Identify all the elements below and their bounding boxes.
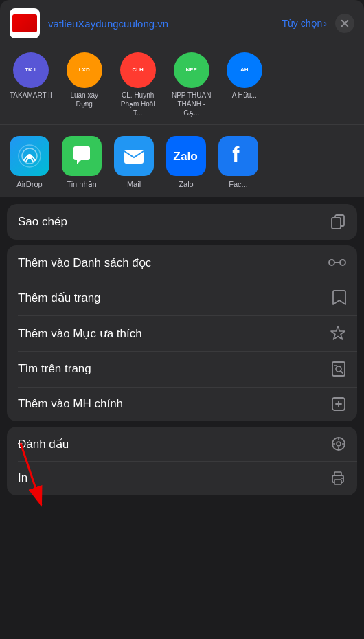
app-mail[interactable]: Mail (114, 136, 154, 189)
messages-icon (62, 136, 102, 176)
svg-text:Zalo: Zalo (173, 149, 198, 163)
action-group-2: Thêm vào Danh sách đọc Thêm dấu trang Th… (7, 245, 357, 421)
airdrop-label: AirDrop (16, 180, 42, 188)
messages-label: Tin nhắn (67, 180, 96, 189)
markup-button[interactable]: Đánh dấu (7, 427, 357, 461)
facebook-icon: f (218, 136, 258, 176)
add-bookmark-button[interactable]: Thêm dấu trang (7, 280, 357, 315)
svg-point-19 (337, 442, 341, 446)
star-icon (330, 325, 346, 341)
actions-section: Sao chép Thêm vào Danh sách đọc Thêm (7, 204, 357, 427)
mail-label: Mail (127, 180, 141, 188)
svg-rect-25 (334, 480, 341, 484)
print-button[interactable]: In (7, 461, 357, 495)
add-home-icon (331, 396, 346, 412)
zalo-icon: Zalo (166, 136, 206, 176)
svg-point-26 (341, 478, 343, 479)
copy-icon (330, 214, 346, 230)
app-zalo[interactable]: Zalo Zalo (166, 136, 206, 189)
contacts-row: TK II TAKAMART II LXD Luan xay Dựng CLH … (0, 47, 364, 125)
svg-point-8 (329, 260, 334, 265)
close-button[interactable] (335, 14, 354, 33)
markup-icon (331, 436, 346, 451)
find-on-page-button[interactable]: Tìm trên trang (7, 351, 357, 387)
svg-point-9 (340, 260, 345, 265)
find-icon (331, 361, 346, 377)
contact-takamart[interactable]: TK II TAKAMART II (10, 52, 52, 117)
contact-npp[interactable]: NPP NPP THUAN THÀNH - GẠ... (170, 52, 213, 117)
action-group-1: Sao chép (7, 204, 357, 240)
svg-rect-11 (332, 362, 345, 376)
app-airdrop[interactable]: AirDrop (10, 136, 49, 189)
add-favorites-button[interactable]: Thêm vào Mục ưa thích (7, 315, 357, 351)
contact-luan[interactable]: LXD Luan xay Dựng (63, 52, 106, 117)
print-icon (330, 471, 346, 486)
app-messages[interactable]: Tin nhắn (62, 136, 102, 189)
bookmark-icon (332, 289, 346, 306)
apps-row: AirDrop Tin nhắn Mail Zalo Zalo (0, 125, 364, 197)
zalo-label: Zalo (179, 180, 193, 188)
site-url: vatlieuXaydungcuulong.vn (48, 18, 277, 30)
mail-icon (114, 136, 154, 176)
share-sheet-header: vatlieuXaydungcuulong.vn Tùy chọn › (0, 0, 364, 47)
contact-huynh[interactable]: CLH CL. Huynh Phạm Hoài T... (117, 52, 159, 117)
contact-ahuu[interactable]: AH A Hữu... (224, 52, 265, 117)
options-button[interactable]: Tùy chọn › (282, 18, 327, 29)
add-reading-list-button[interactable]: Thêm vào Danh sách đọc (7, 245, 357, 280)
site-favicon (10, 8, 40, 38)
copy-button[interactable]: Sao chép (7, 204, 357, 240)
reading-list-icon (328, 255, 346, 270)
facebook-label: Fac... (229, 180, 248, 188)
airdrop-icon (10, 136, 49, 176)
svg-rect-7 (332, 218, 341, 229)
action-group-3: Đánh dấu In (7, 427, 357, 495)
svg-text:f: f (232, 144, 240, 166)
add-home-screen-button[interactable]: Thêm vào MH chính (7, 387, 357, 421)
app-facebook[interactable]: f Fac... (218, 136, 258, 189)
svg-line-13 (341, 371, 343, 373)
